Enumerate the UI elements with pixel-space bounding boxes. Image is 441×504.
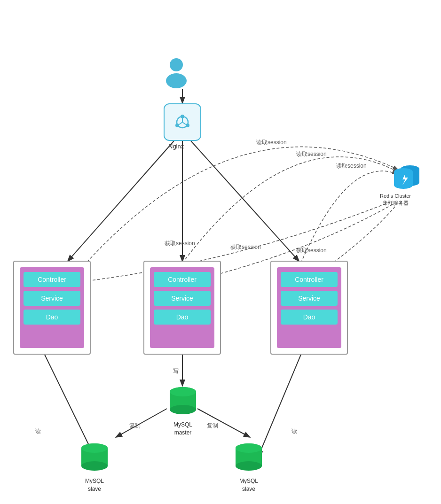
mysql-master-icon: MySQL master bbox=[166, 385, 200, 437]
svg-line-5 bbox=[117, 409, 167, 437]
mysql-slave1-label: MySQL slave bbox=[85, 477, 104, 493]
label-read-session3: 读取session bbox=[336, 162, 367, 170]
svg-line-7 bbox=[45, 355, 94, 456]
label-read1: 读 bbox=[35, 427, 41, 435]
mysql-slave2-icon: MySQL slave bbox=[232, 442, 266, 493]
label-get-session2: 获取session bbox=[230, 243, 261, 251]
server2-dao: Dao bbox=[154, 310, 211, 325]
server2-service: Service bbox=[154, 291, 211, 306]
server-inner-2: Controller Service Dao bbox=[150, 267, 214, 348]
label-read-session2: 读取session bbox=[296, 150, 327, 158]
label-read-session1: 读取session bbox=[256, 139, 287, 147]
server1-service: Service bbox=[24, 291, 80, 306]
mysql-slave2-label: MySQL slave bbox=[239, 477, 258, 493]
connections-svg bbox=[0, 0, 441, 504]
svg-point-32 bbox=[81, 443, 108, 453]
svg-line-17 bbox=[179, 122, 182, 124]
label-replicate2: 复制 bbox=[207, 422, 218, 430]
label-replicate1: 复制 bbox=[129, 422, 141, 430]
svg-line-9 bbox=[259, 355, 301, 456]
server3-dao: Dao bbox=[281, 310, 338, 325]
redis-label: Redis Cluster 集群服务器 bbox=[380, 193, 411, 207]
label-write: 写 bbox=[173, 367, 179, 375]
svg-point-36 bbox=[236, 443, 262, 453]
nginx-box bbox=[164, 103, 201, 141]
svg-line-18 bbox=[182, 122, 186, 124]
svg-point-14 bbox=[175, 124, 179, 127]
server-inner-3: Controller Service Dao bbox=[277, 267, 341, 348]
server-box-1: Controller Service Dao bbox=[13, 261, 91, 355]
svg-point-10 bbox=[170, 58, 183, 71]
svg-point-35 bbox=[236, 461, 262, 471]
server1-controller: Controller bbox=[24, 272, 80, 287]
svg-point-24 bbox=[394, 181, 413, 189]
server2-controller: Controller bbox=[154, 272, 211, 287]
svg-point-11 bbox=[166, 73, 187, 88]
redis-icon bbox=[386, 155, 421, 190]
svg-point-31 bbox=[81, 461, 108, 471]
server3-service: Service bbox=[281, 291, 338, 306]
svg-line-3 bbox=[191, 141, 299, 261]
svg-point-15 bbox=[186, 124, 189, 127]
svg-line-6 bbox=[197, 409, 249, 437]
server1-dao: Dao bbox=[24, 310, 80, 325]
server3-controller: Controller bbox=[281, 272, 338, 287]
label-get-session3: 获取session bbox=[296, 247, 327, 255]
mysql-master-label: MySQL master bbox=[173, 421, 192, 437]
label-read2: 读 bbox=[291, 427, 297, 435]
diagram-container: Nginx Redis Cluster 集群服务器 Controller Ser… bbox=[0, 0, 441, 504]
svg-point-13 bbox=[181, 115, 184, 118]
svg-line-1 bbox=[68, 141, 174, 261]
server-box-3: Controller Service Dao bbox=[270, 261, 348, 355]
nginx-label: Nginx bbox=[168, 143, 184, 150]
mysql-slave1-icon: MySQL slave bbox=[78, 442, 111, 493]
user-icon bbox=[160, 56, 193, 89]
svg-point-28 bbox=[170, 387, 196, 396]
server-inner-1: Controller Service Dao bbox=[20, 267, 84, 348]
svg-point-27 bbox=[170, 405, 196, 414]
label-get-session1: 获取session bbox=[165, 240, 195, 248]
server-box-2: Controller Service Dao bbox=[143, 261, 221, 355]
